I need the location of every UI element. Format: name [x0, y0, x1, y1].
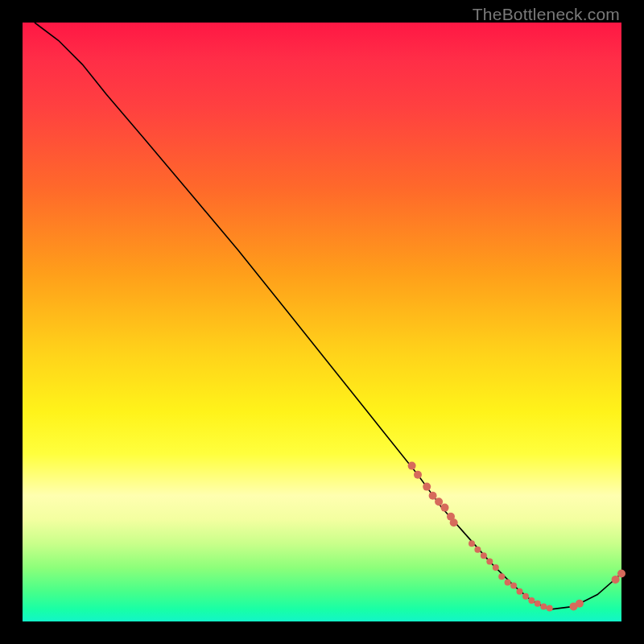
data-point [498, 573, 505, 580]
data-point [423, 483, 431, 491]
data-point [435, 497, 443, 506]
data-point [535, 601, 541, 607]
scatter-points [408, 462, 625, 612]
data-point [469, 540, 475, 547]
data-point [486, 559, 493, 565]
data-point [522, 593, 529, 600]
chart-svg [23, 23, 621, 621]
data-point [612, 576, 620, 584]
data-point [414, 471, 422, 479]
chart-frame: TheBottleneck.com [0, 0, 644, 644]
data-point [441, 504, 449, 512]
data-point [505, 580, 511, 586]
data-point [528, 597, 535, 604]
data-point [547, 605, 553, 612]
data-point [540, 603, 547, 609]
curve-line [35, 23, 621, 609]
data-point [481, 552, 487, 559]
data-point [493, 564, 499, 571]
data-point [617, 570, 625, 578]
data-point [517, 588, 523, 595]
plot-area [23, 23, 621, 621]
data-point [474, 547, 481, 553]
data-point [408, 462, 416, 470]
data-point [429, 492, 437, 500]
data-point [450, 518, 458, 526]
data-point [510, 582, 517, 588]
watermark-text: TheBottleneck.com [473, 5, 620, 24]
data-point [576, 600, 584, 608]
